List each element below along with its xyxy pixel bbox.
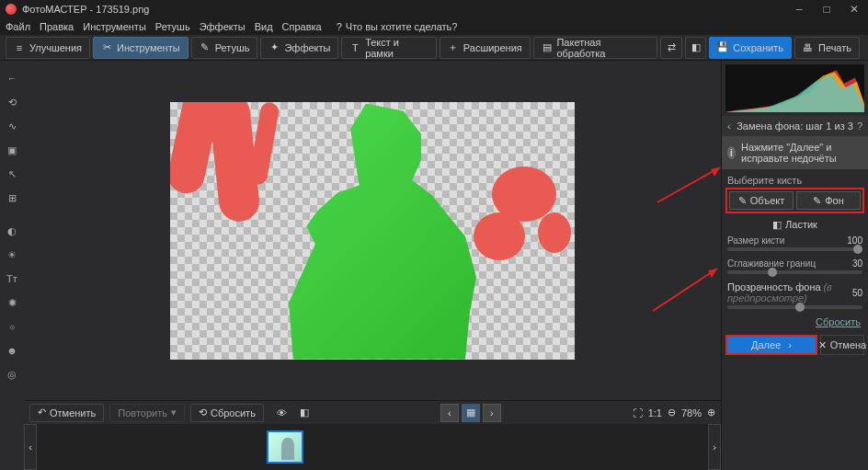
window-title: ФотоМАСТЕР - 173519.png (22, 4, 149, 15)
right-panel: ‹ Замена фона: шаг 1 из 3 ? i Нажмите "Д… (721, 61, 868, 470)
tab-tools[interactable]: ✂Инструменты (93, 37, 188, 59)
tab-enhance-label: Улучшения (29, 42, 82, 53)
tab-effects[interactable]: ✦Эффекты (260, 37, 338, 59)
zoom-out-icon[interactable]: ⊖ (668, 407, 676, 418)
tool-face[interactable]: ☻ (0, 338, 24, 362)
next-button[interactable]: Далее› (725, 335, 817, 355)
brush-eraser-label: Ластик (785, 219, 817, 230)
tool-grid[interactable]: ⊞ (0, 186, 24, 210)
undo-button[interactable]: ↶Отменить (29, 404, 104, 422)
canvas-viewport[interactable] (24, 61, 721, 400)
menu-help[interactable]: Справка (282, 21, 322, 32)
view-single[interactable]: ▦ (462, 404, 480, 422)
hint-bar: i Нажмите "Далее" и исправьте недочёты (722, 136, 868, 169)
tool-clone[interactable]: ⟐ (0, 315, 24, 338)
tab-extensions[interactable]: ＋Расширения (440, 37, 531, 59)
cancel-button[interactable]: ✕Отмена (820, 335, 864, 355)
chevron-right-icon: › (788, 339, 792, 350)
tab-batch[interactable]: ▤Пакетная обработка (533, 37, 658, 59)
reset-button[interactable]: ⟲Сбросить (190, 404, 264, 422)
menu-effects[interactable]: Эффекты (200, 21, 246, 32)
tool-text[interactable]: Tт (0, 267, 24, 291)
filmstrip-next[interactable]: › (708, 424, 721, 470)
step-header: ‹ Замена фона: шаг 1 из 3 ? (722, 116, 868, 136)
zoom-value: 78% (681, 407, 702, 418)
filmstrip-thumb[interactable] (267, 430, 303, 464)
print-button[interactable]: 🖶Печать (794, 37, 860, 59)
reset-label: Сбросить (211, 407, 256, 418)
cancel-label: Отмена (830, 339, 866, 350)
tool-mask[interactable]: ◎ (0, 362, 24, 386)
compare-icon[interactable]: ◧ (300, 407, 309, 418)
brush-object-label: Объект (750, 195, 784, 206)
tool-arrow[interactable]: ← (0, 66, 24, 90)
toolbar-extra-2[interactable]: ◧ (685, 37, 706, 59)
step-help-icon[interactable]: ? (857, 120, 862, 132)
zoom-ratio[interactable]: 1:1 (648, 407, 662, 418)
histogram (725, 64, 864, 112)
size-slider[interactable] (727, 247, 862, 251)
plus-icon: ＋ (448, 42, 459, 53)
size-label: Размер кисти (727, 235, 839, 246)
fit-icon[interactable]: ⛶ (633, 407, 643, 418)
help-icon: ? (337, 21, 342, 32)
redo-label: Повторить (118, 407, 167, 418)
smooth-label: Сглаживание границ (727, 258, 839, 269)
reset-icon: ⟲ (199, 407, 207, 418)
menu-view[interactable]: Вид (255, 21, 273, 32)
brush-bg-label: Фон (825, 195, 844, 206)
menu-edit[interactable]: Правка (40, 21, 74, 32)
tool-gradient[interactable]: ◐ (0, 219, 24, 243)
tool-crop[interactable]: ▣ (0, 138, 24, 162)
menubar: Файл Правка Инструменты Ретушь Эффекты В… (0, 18, 868, 35)
brush-object-button[interactable]: ✎Объект (729, 191, 794, 210)
reset-link[interactable]: Сбросить (722, 315, 868, 329)
filmstrip: ‹ › (24, 424, 721, 470)
compare-icon: ◧ (691, 42, 702, 53)
dropdown-icon: ▾ (171, 407, 177, 418)
redo-button[interactable]: Повторить▾ (109, 404, 185, 422)
swap-icon: ⇄ (666, 42, 677, 53)
tab-text[interactable]: TТекст и рамки (341, 37, 436, 59)
brush-eraser-button[interactable]: ◧Ластик (725, 215, 864, 234)
help-search[interactable]: ? Что вы хотите сделать? (337, 21, 458, 32)
view-prev[interactable]: ‹ (440, 404, 459, 422)
tab-retouch[interactable]: ✎Ретушь (191, 37, 258, 59)
tool-light[interactable]: ☀ (0, 243, 24, 267)
preview-eye-icon[interactable]: 👁 (277, 407, 287, 418)
close-button[interactable]: ✕ (840, 0, 868, 18)
tab-text-label: Текст и рамки (365, 37, 428, 59)
menu-tools[interactable]: Инструменты (83, 21, 146, 32)
photo-canvas[interactable] (170, 102, 575, 360)
smooth-slider[interactable] (727, 270, 862, 274)
brush-bg-button[interactable]: ✎Фон (796, 191, 861, 210)
tool-rotate[interactable]: ⟲ (0, 90, 24, 114)
help-search-placeholder: Что вы хотите сделать? (346, 21, 458, 32)
maximize-button[interactable]: □ (813, 0, 840, 18)
toolbar-extra-1[interactable]: ⇄ (660, 37, 681, 59)
tab-enhance[interactable]: ≡Улучшения (6, 37, 90, 59)
next-label: Далее (751, 339, 781, 350)
hint-text: Нажмите "Далее" и исправьте недочёты (741, 142, 862, 164)
svg-marker-2 (725, 74, 864, 112)
menu-retouch[interactable]: Ретушь (155, 21, 190, 32)
step-back-icon[interactable]: ‹ (727, 120, 731, 132)
minimize-button[interactable]: – (785, 0, 813, 18)
info-icon: i (727, 146, 736, 159)
step-title: Замена фона: шаг 1 из 3 (737, 120, 853, 132)
opacity-slider[interactable] (727, 305, 862, 309)
tool-healing[interactable]: ✺ (0, 291, 24, 315)
tool-pointer[interactable]: ↖ (0, 162, 24, 186)
crop-icon: ✂ (101, 42, 112, 53)
save-button[interactable]: 💾Сохранить (709, 37, 792, 59)
tool-curve[interactable]: ∿ (0, 114, 24, 138)
menu-file[interactable]: Файл (6, 21, 30, 32)
view-next[interactable]: › (483, 404, 501, 422)
close-icon: ✕ (818, 339, 827, 351)
zoom-in-icon[interactable]: ⊕ (707, 407, 715, 418)
filmstrip-prev[interactable]: ‹ (24, 424, 37, 470)
print-label: Печать (818, 42, 851, 53)
object-mask (267, 104, 487, 360)
save-icon: 💾 (717, 42, 728, 53)
sparkle-icon: ✦ (268, 42, 280, 53)
